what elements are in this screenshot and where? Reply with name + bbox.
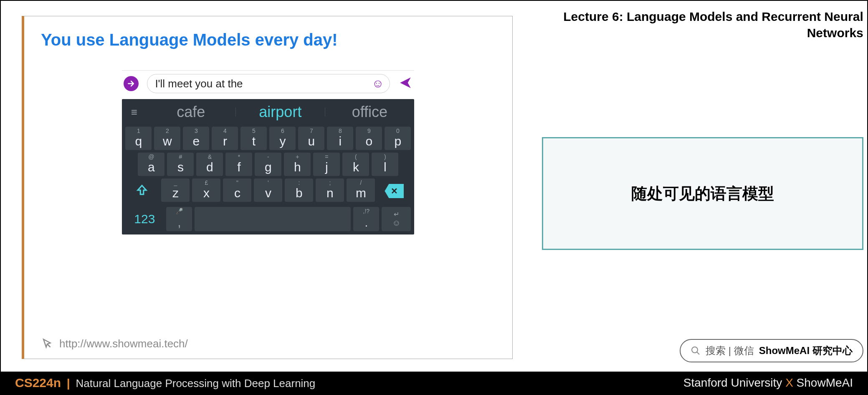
key-f[interactable]: *f bbox=[225, 153, 252, 176]
course-name: Natural Language Processing with Deep Le… bbox=[76, 377, 315, 390]
key-t[interactable]: 5t bbox=[240, 127, 267, 150]
keyboard-row-3: _z£x"c'v:b;n/m✕ bbox=[125, 178, 411, 202]
phone-ui: I'll meet you at the ☺ ≡ cafeairportoffi… bbox=[122, 70, 414, 234]
key-z[interactable]: _z bbox=[161, 178, 190, 202]
key-a[interactable]: @a bbox=[138, 153, 164, 176]
right-pane: Lecture 6: Language Models and Recurrent… bbox=[529, 1, 868, 372]
spacebar-key[interactable] bbox=[195, 207, 351, 231]
suggestion-row: ≡ cafeairportoffice bbox=[122, 99, 414, 125]
suggestion-airport[interactable]: airport bbox=[235, 103, 325, 121]
mic-icon: 🎤 bbox=[166, 208, 192, 214]
key-v[interactable]: 'v bbox=[254, 178, 282, 202]
callout-box: 随处可见的语言模型 bbox=[542, 137, 863, 250]
key-s[interactable]: #s bbox=[167, 153, 194, 176]
key-c[interactable]: "c bbox=[223, 178, 251, 202]
message-text: I'll meet you at the bbox=[155, 77, 243, 90]
bottom-left: CS224n | Natural Language Processing wit… bbox=[15, 376, 315, 390]
search-pill[interactable]: 搜索 | 微信 ShowMeAI 研究中心 bbox=[680, 339, 863, 362]
message-input[interactable]: I'll meet you at the ☺ bbox=[147, 74, 390, 93]
keyboard-row-1: 1q2w3e4r5t6y7u8i9o0p bbox=[125, 127, 411, 150]
suggestions: cafeairportoffice bbox=[146, 103, 414, 121]
key-j[interactable]: =j bbox=[313, 153, 340, 176]
key-b[interactable]: :b bbox=[285, 178, 313, 202]
keyboard-rows: 1q2w3e4r5t6y7u8i9o0p @a#s&d*f-g+h=j(k)l … bbox=[122, 125, 414, 207]
period-key[interactable]: ,!? . bbox=[353, 207, 379, 231]
svg-point-0 bbox=[692, 347, 698, 353]
keyboard-bottom-row: 123 🎤 , ,!? . ↵ bbox=[122, 207, 414, 234]
key-x[interactable]: £x bbox=[192, 178, 220, 202]
key-i[interactable]: 8i bbox=[327, 127, 353, 150]
lecture-header: Lecture 6: Language Models and Recurrent… bbox=[542, 8, 863, 41]
key-y[interactable]: 6y bbox=[269, 127, 296, 150]
message-bar: I'll meet you at the ☺ bbox=[122, 70, 414, 99]
send-icon[interactable] bbox=[398, 76, 412, 92]
suggestion-office[interactable]: office bbox=[325, 103, 414, 121]
smiley-icon[interactable]: ☺ bbox=[372, 77, 384, 90]
key-w[interactable]: 2w bbox=[154, 127, 180, 150]
key-k[interactable]: (k bbox=[342, 153, 369, 176]
hamburger-icon[interactable]: ≡ bbox=[122, 107, 146, 117]
key-d[interactable]: &d bbox=[196, 153, 223, 176]
callout-text: 随处可见的语言模型 bbox=[631, 183, 774, 204]
course-code: CS224n bbox=[15, 376, 61, 390]
key-l[interactable]: )l bbox=[372, 153, 398, 176]
key-q[interactable]: 1q bbox=[125, 127, 152, 150]
backspace-key[interactable]: ✕ bbox=[377, 178, 411, 202]
keyboard: ≡ cafeairportoffice 1q2w3e4r5t6y7u8i9o0p… bbox=[122, 99, 414, 234]
bottom-right: Stanford University X ShowMeAI bbox=[683, 376, 853, 390]
slide-frame: You use Language Models every day! I'll … bbox=[22, 16, 513, 359]
shift-key[interactable] bbox=[125, 178, 159, 202]
footer-link[interactable]: http://www.showmeai.tech/ bbox=[41, 337, 496, 350]
left-pane: You use Language Models every day! I'll … bbox=[1, 1, 529, 372]
enter-key[interactable]: ↵ ☺ bbox=[382, 207, 411, 231]
page-root: You use Language Models every day! I'll … bbox=[0, 0, 868, 395]
key-u[interactable]: 7u bbox=[298, 127, 324, 150]
key-h[interactable]: +h bbox=[284, 153, 311, 176]
key-o[interactable]: 9o bbox=[356, 127, 382, 150]
cursor-icon bbox=[41, 338, 53, 350]
key-e[interactable]: 3e bbox=[183, 127, 209, 150]
key-m[interactable]: /m bbox=[347, 178, 375, 202]
slide-title: You use Language Models every day! bbox=[41, 31, 496, 49]
key-p[interactable]: 0p bbox=[385, 127, 411, 150]
key-n[interactable]: ;n bbox=[316, 178, 344, 202]
numeric-key[interactable]: 123 bbox=[125, 207, 164, 231]
suggestion-cafe[interactable]: cafe bbox=[146, 103, 235, 121]
keyboard-row-2: @a#s&d*f-g+h=j(k)l bbox=[125, 153, 411, 176]
key-r[interactable]: 4r bbox=[212, 127, 238, 150]
key-g[interactable]: -g bbox=[255, 153, 281, 176]
arrow-right-icon[interactable] bbox=[124, 76, 139, 91]
bottom-bar: CS224n | Natural Language Processing wit… bbox=[1, 372, 867, 394]
mic-key[interactable]: 🎤 , bbox=[166, 207, 192, 231]
search-icon bbox=[691, 346, 701, 356]
main-area: You use Language Models every day! I'll … bbox=[1, 1, 867, 372]
